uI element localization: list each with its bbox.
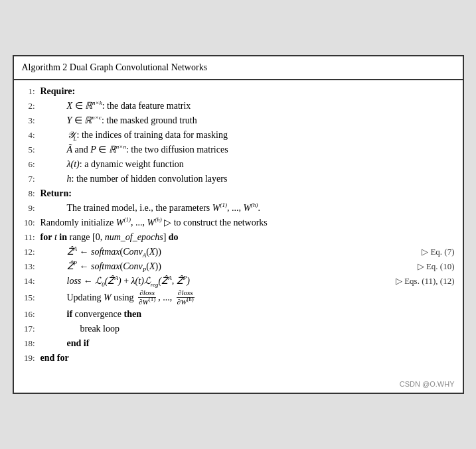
line-17: 17: break loop xyxy=(22,322,455,336)
line-content-8: Return: xyxy=(40,186,455,201)
comment-14: ▷ Eqs. (11), (12) xyxy=(382,275,455,288)
line-num-5: 5: xyxy=(22,143,40,157)
line-content-9: The trained model, i.e., the parameters … xyxy=(40,201,455,216)
comment-12: ▷ Eq. (7) xyxy=(408,245,454,259)
line-num-19: 19: xyxy=(22,352,40,365)
algorithm-body: 1: Require: 2: X ∈ ℝn×k: the data featur… xyxy=(14,80,463,375)
line-7: 7: h: the number of hidden convolution l… xyxy=(22,172,455,186)
line-num-17: 17: xyxy=(22,322,40,336)
line-content-6: λ(t): a dynamic weight function xyxy=(40,157,455,172)
line-num-18: 18: xyxy=(22,337,40,350)
line-num-13: 13: xyxy=(22,260,40,273)
line-content-10: Randomly initialize W(1), ..., W(h) ▷ to… xyxy=(40,216,455,230)
line-19: 19: end for xyxy=(22,351,455,365)
line-14: 14: loss ← ℒ0(ẐA) + λ(t)ℒreg(ẐA, ẐP) ▷ E… xyxy=(22,274,455,289)
line-num-7: 7: xyxy=(22,172,40,186)
line-content-4: 𝒴L: the indices of training data for mas… xyxy=(40,128,455,143)
line-3: 3: Y ∈ ℝn×c: the masked ground truth xyxy=(22,113,455,128)
line-content-17: break loop xyxy=(40,322,455,336)
algorithm-container: Algorithm 2 Dual Graph Convolutional Net… xyxy=(13,55,464,393)
line-13: 13: ẐP ← softmax(ConvP(X)) ▷ Eq. (10) xyxy=(22,259,455,274)
line-num-14: 14: xyxy=(22,275,40,288)
line-6: 6: λ(t): a dynamic weight function xyxy=(22,157,455,172)
line-5: 5: Ã and P ∈ ℝn×n: the two diffusion mat… xyxy=(22,143,455,157)
line-9: 9: The trained model, i.e., the paramete… xyxy=(22,201,455,216)
line-num-11: 11: xyxy=(22,231,40,244)
line-content-7: h: the number of hidden convolution laye… xyxy=(40,172,455,186)
line-15: 15: Updating W using ∂loss ∂W(1) , ..., … xyxy=(22,289,455,306)
line-content-13: ẐP ← softmax(ConvP(X)) ▷ Eq. (10) xyxy=(40,259,455,274)
line-content-11: for t in range [0, num_of_epochs] do xyxy=(40,230,455,245)
line-10: 10: Randomly initialize W(1), ..., W(h) … xyxy=(22,216,455,230)
line-8: 8: Return: xyxy=(22,186,455,201)
line-content-14: loss ← ℒ0(ẐA) + λ(t)ℒreg(ẐA, ẐP) ▷ Eqs. … xyxy=(40,274,455,289)
fraction-2: ∂loss ∂W(h) xyxy=(176,289,195,306)
line-num-12: 12: xyxy=(22,245,40,259)
line-4: 4: 𝒴L: the indices of training data for … xyxy=(22,128,455,143)
line-num-10: 10: xyxy=(22,216,40,229)
line-num-2: 2: xyxy=(22,99,40,113)
line-num-1: 1: xyxy=(22,85,40,98)
line-18: 18: end if xyxy=(22,336,455,351)
line-num-9: 9: xyxy=(22,202,40,215)
line-num-4: 4: xyxy=(22,129,40,142)
line-num-15: 15: xyxy=(22,291,40,304)
line-content-3: Y ∈ ℝn×c: the masked ground truth xyxy=(40,113,455,128)
line-12: 12: ẐA ← softmax(ConvA(X)) ▷ Eq. (7) xyxy=(22,245,455,259)
line-content-16: if convergence then xyxy=(40,307,455,322)
line-11: 11: for t in range [0, num_of_epochs] do xyxy=(22,230,455,245)
fraction-1: ∂loss ∂W(1) xyxy=(137,289,157,306)
line-num-6: 6: xyxy=(22,158,40,171)
line-num-3: 3: xyxy=(22,114,40,127)
line-2: 2: X ∈ ℝn×k: the data feature matrix xyxy=(22,99,455,113)
line-content-1: Require: xyxy=(40,84,455,99)
comment-13: ▷ Eq. (10) xyxy=(404,260,455,273)
line-content-2: X ∈ ℝn×k: the data feature matrix xyxy=(40,99,455,113)
line-16: 16: if convergence then xyxy=(22,307,455,322)
line-1: 1: Require: xyxy=(22,84,455,99)
line-content-18: end if xyxy=(40,336,455,351)
title-text: Algorithm 2 Dual Graph Convolutional Net… xyxy=(22,62,208,72)
line-content-15: Updating W using ∂loss ∂W(1) , ..., ∂los… xyxy=(40,289,455,306)
line-content-12: ẐA ← softmax(ConvA(X)) ▷ Eq. (7) xyxy=(40,245,455,259)
line-num-8: 8: xyxy=(22,187,40,200)
watermark: CSDN @O.WHY xyxy=(14,376,463,393)
algorithm-title: Algorithm 2 Dual Graph Convolutional Net… xyxy=(14,56,463,80)
line-num-16: 16: xyxy=(22,308,40,321)
line-content-19: end for xyxy=(40,351,455,365)
line-content-5: Ã and P ∈ ℝn×n: the two diffusion matric… xyxy=(40,143,455,157)
